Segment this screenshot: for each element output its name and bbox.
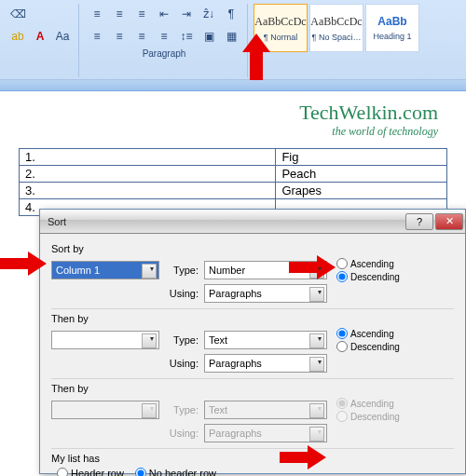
watermark: TechWelkin.com the world of technology — [19, 101, 438, 139]
then-by-2-type: Text — [204, 401, 327, 419]
cell-num[interactable]: 3. — [20, 183, 276, 199]
style-name: ¶ Normal — [264, 33, 297, 42]
align-right-icon[interactable]: ≡ — [131, 26, 152, 47]
cell-num[interactable]: 1. — [20, 149, 276, 166]
font-color-icon[interactable]: A — [30, 26, 50, 47]
highlight-color-icon[interactable]: ab — [7, 26, 28, 47]
bullets-icon[interactable]: ≡ — [87, 4, 107, 24]
multilevel-list-icon[interactable]: ≡ — [131, 4, 152, 24]
style-no-spacing[interactable]: AaBbCcDc ¶ No Spaci… — [309, 4, 363, 52]
ribbon: ⌫ ab A Aa ≡ ≡ ≡ ⇤ ⇥ ẑ↓ ¶ ≡ ≡ ≡ — [0, 0, 466, 80]
shading-icon[interactable]: ▣ — [199, 26, 219, 47]
align-left-icon[interactable]: ≡ — [87, 26, 107, 47]
then-by-2-column — [51, 401, 159, 419]
ascending-radio-2[interactable]: Ascending — [336, 328, 400, 339]
sort-dialog: Sort ? ✕ Sort by Column 1 Type: Number A… — [39, 209, 466, 474]
cell-num[interactable]: 2. — [20, 166, 276, 183]
dialog-title: Sort — [48, 216, 404, 227]
sort-by-order: Ascending Descending — [336, 258, 400, 282]
header-row-radio[interactable]: Header row — [57, 468, 124, 476]
then-by-1-column[interactable] — [51, 331, 159, 349]
titlebar[interactable]: Sort ? ✕ — [40, 210, 465, 234]
paragraph-group: ≡ ≡ ≡ ⇤ ⇥ ẑ↓ ¶ ≡ ≡ ≡ ≡ ↕≡ ▣ ▦ Paragraph — [85, 4, 248, 77]
style-preview: AaBbCcDc — [254, 15, 306, 29]
ribbon-edge — [0, 80, 466, 91]
sort-by-type[interactable]: Number — [204, 261, 327, 279]
type-label: Type: — [165, 404, 199, 415]
font-group: ⌫ ab A Aa — [6, 4, 79, 77]
align-center-icon[interactable]: ≡ — [109, 26, 130, 47]
my-list-label: My list has — [51, 453, 100, 464]
style-preview: AaBbCcDc — [310, 15, 362, 29]
descending-radio-2[interactable]: Descending — [336, 341, 400, 352]
document-area: TechWelkin.com the world of technology 1… — [0, 91, 466, 216]
sort-by-label: Sort by — [51, 243, 84, 254]
table-row[interactable]: 3.Grapes — [20, 183, 447, 199]
type-label: Type: — [165, 334, 199, 346]
show-marks-icon[interactable]: ¶ — [221, 4, 241, 24]
then-by-1-using[interactable]: Paragraphs — [204, 354, 327, 373]
style-preview: AaBb — [377, 15, 406, 28]
descending-radio-3: Descending — [336, 411, 400, 422]
using-label: Using: — [165, 358, 199, 369]
cell-val[interactable]: Grapes — [276, 183, 447, 199]
then-by-label-1: Then by — [51, 313, 89, 324]
style-name: ¶ No Spaci… — [312, 33, 362, 42]
then-by-1-type[interactable]: Text — [204, 331, 327, 349]
then-by-label-2: Then by — [51, 383, 89, 394]
style-heading1[interactable]: AaBb Heading 1 — [365, 4, 419, 52]
sort-by-using[interactable]: Paragraphs — [204, 284, 327, 303]
using-label: Using: — [165, 288, 199, 299]
style-normal[interactable]: AaBbCcDc ¶ Normal — [254, 4, 308, 52]
numbering-icon[interactable]: ≡ — [109, 4, 130, 24]
using-label: Using: — [165, 428, 199, 439]
help-button[interactable]: ? — [405, 213, 433, 230]
ascending-radio-1[interactable]: Ascending — [336, 258, 400, 269]
sort-icon[interactable]: ẑ↓ — [199, 4, 219, 24]
then-by-1-order: Ascending Descending — [336, 328, 400, 352]
styles-gallery: AaBbCcDc ¶ Normal AaBbCcDc ¶ No Spaci… A… — [254, 4, 419, 77]
then-by-2-using: Paragraphs — [204, 424, 327, 442]
decrease-indent-icon[interactable]: ⇤ — [154, 4, 174, 24]
line-spacing-icon[interactable]: ↕≡ — [176, 26, 197, 47]
descending-radio-1[interactable]: Descending — [336, 271, 400, 282]
cell-val[interactable]: Fig — [276, 149, 447, 166]
ascending-radio-3: Ascending — [336, 398, 400, 409]
brand-sub: the world of technology — [19, 125, 438, 139]
type-label: Type: — [165, 265, 199, 276]
sort-by-column[interactable]: Column 1 — [51, 261, 159, 279]
paragraph-label: Paragraph — [143, 48, 186, 59]
justify-icon[interactable]: ≡ — [154, 26, 174, 47]
brand-title: TechWelkin.com — [19, 101, 438, 125]
increase-indent-icon[interactable]: ⇥ — [176, 4, 197, 24]
cell-val[interactable]: Peach — [276, 166, 447, 183]
char-case-icon[interactable]: Aa — [52, 26, 73, 47]
style-name: Heading 1 — [373, 32, 411, 41]
borders-icon[interactable]: ▦ — [221, 26, 241, 47]
close-button[interactable]: ✕ — [435, 213, 463, 230]
document-table: 1.Fig 2.Peach 3.Grapes 4. — [19, 148, 447, 216]
table-row[interactable]: 1.Fig — [20, 149, 447, 166]
no-header-row-radio[interactable]: No header row — [135, 468, 216, 476]
table-row[interactable]: 2.Peach — [20, 166, 447, 183]
clear-formatting-icon[interactable]: ⌫ — [7, 4, 28, 24]
then-by-2-order: Ascending Descending — [336, 398, 400, 422]
